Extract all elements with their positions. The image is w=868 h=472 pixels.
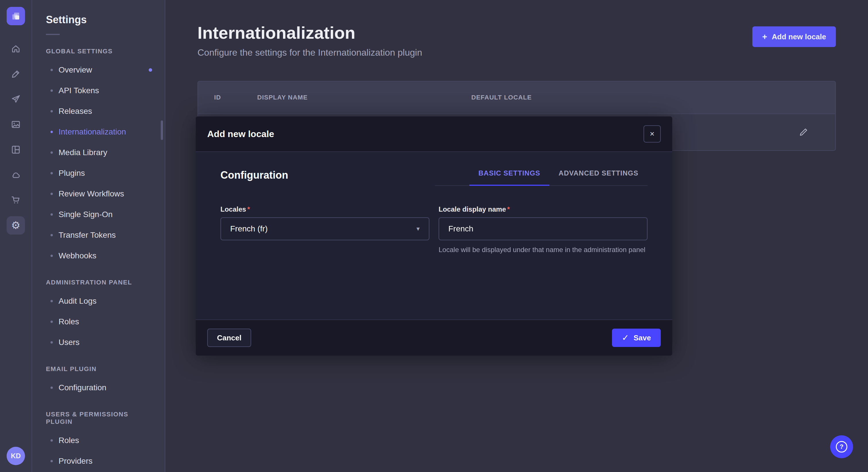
required-asterisk: * (247, 205, 250, 213)
display-name-label: Locale display name* (439, 205, 648, 213)
cancel-button[interactable]: Cancel (207, 329, 251, 347)
configuration-heading: Configuration (220, 169, 288, 181)
required-asterisk: * (507, 205, 510, 213)
locales-label: Locales* (220, 205, 429, 213)
settings-tabs: BASIC SETTINGS ADVANCED SETTINGS (435, 169, 648, 186)
add-locale-modal: Add new locale × Configuration BASIC SET… (196, 116, 672, 356)
modal-footer: Cancel ✓ Save (196, 319, 672, 356)
tab-basic-settings[interactable]: BASIC SETTINGS (469, 169, 549, 186)
save-button[interactable]: ✓ Save (612, 329, 661, 347)
locale-display-name-input[interactable] (439, 217, 648, 240)
help-button[interactable]: ? (830, 435, 853, 458)
locales-select[interactable]: French (fr) ▾ (220, 217, 429, 240)
tab-advanced-settings[interactable]: ADVANCED SETTINGS (549, 169, 648, 186)
help-icon: ? (836, 441, 847, 452)
modal-title: Add new locale (207, 129, 274, 139)
modal-body: Configuration BASIC SETTINGS ADVANCED SE… (196, 152, 672, 319)
close-icon[interactable]: × (644, 125, 661, 142)
chevron-down-icon: ▾ (416, 225, 420, 233)
check-icon: ✓ (622, 334, 629, 342)
modal-header: Add new locale × (196, 116, 672, 152)
display-name-hint: Locale will be displayed under that name… (439, 245, 648, 255)
locales-select-value: French (fr) (230, 224, 268, 233)
